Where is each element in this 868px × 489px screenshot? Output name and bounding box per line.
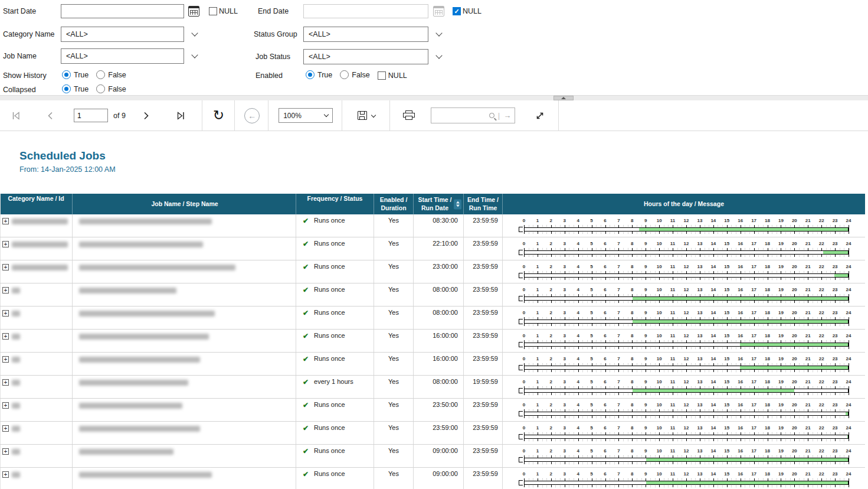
calendar-icon[interactable] xyxy=(188,6,199,17)
hour-label: 13 xyxy=(697,402,702,407)
back-to-parent-button[interactable]: ← xyxy=(244,108,260,123)
next-page-button[interactable] xyxy=(142,111,150,120)
chevron-down-icon[interactable] xyxy=(435,30,442,36)
hour-label: 6 xyxy=(604,448,606,454)
end-date-null-checkbox[interactable]: ✓ xyxy=(453,7,461,15)
frequency-cell: ✔every 1 hours xyxy=(296,376,374,398)
hour-label: 10 xyxy=(657,310,662,315)
expand-icon[interactable]: + xyxy=(2,448,9,455)
start-date-input[interactable] xyxy=(61,4,184,18)
table-row: +✔Runs onceYes16:00:0023:59:590123456789… xyxy=(0,330,865,353)
hour-label: 0 xyxy=(523,241,525,246)
enabled-null-checkbox[interactable] xyxy=(378,71,386,80)
gantt-schedule-fill xyxy=(846,412,848,415)
first-page-button[interactable] xyxy=(11,111,21,120)
refresh-button[interactable]: ↻ xyxy=(213,109,224,122)
radio-true[interactable] xyxy=(306,70,315,79)
hour-label: 16 xyxy=(738,471,743,477)
collapse-parameters-handle[interactable] xyxy=(553,96,574,100)
search-input[interactable] xyxy=(434,112,489,120)
hour-label: 14 xyxy=(710,402,716,407)
expand-icon[interactable]: + xyxy=(2,379,9,386)
hour-label: 18 xyxy=(765,356,770,361)
search-icon[interactable] xyxy=(489,113,494,118)
previous-page-button[interactable] xyxy=(46,111,54,120)
expand-icon[interactable]: + xyxy=(2,287,9,294)
expand-icon[interactable]: + xyxy=(2,264,9,270)
hour-label: 7 xyxy=(617,241,620,246)
hour-label: 15 xyxy=(724,241,729,246)
hour-label: 21 xyxy=(805,471,811,477)
radio-true[interactable] xyxy=(62,84,71,93)
frequency-text: Runs once xyxy=(314,424,345,431)
start-date-null-checkbox[interactable] xyxy=(209,7,217,15)
radio-false[interactable] xyxy=(340,70,349,79)
category-name-dropdown[interactable]: <ALL> xyxy=(61,27,184,42)
enabled-cell: Yes xyxy=(374,399,414,421)
expand-icon[interactable]: + xyxy=(2,425,9,432)
expand-icon[interactable]: + xyxy=(2,310,9,317)
radio-false[interactable] xyxy=(96,70,105,79)
expand-icon[interactable]: + xyxy=(2,471,9,478)
hour-label: 17 xyxy=(751,264,756,269)
job-name-redacted xyxy=(79,265,235,270)
page-count-label: of 9 xyxy=(113,112,126,120)
gantt-schedule-fill xyxy=(834,274,848,277)
hour-label: 4 xyxy=(577,264,579,269)
print-button[interactable] xyxy=(403,110,415,120)
expand-icon[interactable]: + xyxy=(2,356,9,363)
sort-toggle[interactable] xyxy=(454,199,461,209)
chevron-down-icon[interactable] xyxy=(435,52,442,58)
hour-label: 19 xyxy=(778,356,784,361)
expand-icon[interactable]: + xyxy=(2,333,9,340)
job-name-redacted xyxy=(79,288,176,294)
category-id-redacted xyxy=(12,403,20,409)
hour-label: 9 xyxy=(644,310,647,315)
hour-label: 3 xyxy=(564,471,566,477)
hour-label: 10 xyxy=(657,264,662,269)
job-name-dropdown[interactable]: <ALL> xyxy=(61,48,184,64)
header-end-time: End Time / Run Time xyxy=(464,194,503,214)
radio-true[interactable] xyxy=(62,70,71,79)
hour-label: 0 xyxy=(523,287,525,292)
hour-label: 9 xyxy=(644,218,647,223)
parameter-collapse-strip xyxy=(0,95,868,100)
show-history-radio-group: TrueFalse xyxy=(62,70,134,81)
hour-label: 23 xyxy=(833,218,838,223)
hour-label: 23 xyxy=(833,241,838,246)
save-export-button[interactable] xyxy=(358,111,375,120)
hour-label: 6 xyxy=(604,264,606,269)
hour-label: 19 xyxy=(778,379,784,384)
hour-label: 0 xyxy=(523,310,525,315)
table-body: +✔Runs onceYes08:30:0023:59:590123456789… xyxy=(0,214,865,489)
end-time-cell: 23:59:59 xyxy=(464,237,503,260)
hour-label: 9 xyxy=(644,402,647,407)
status-group-dropdown[interactable]: <ALL> xyxy=(303,27,428,42)
hour-label: 9 xyxy=(644,471,647,477)
radio-false[interactable] xyxy=(96,84,105,93)
table-row: +✔Runs onceYes16:00:0023:59:590123456789… xyxy=(0,353,865,376)
radio-label: True xyxy=(317,71,332,79)
hour-label: 14 xyxy=(710,356,716,361)
job-status-dropdown[interactable]: <ALL> xyxy=(303,49,428,64)
find-next-icon[interactable]: → xyxy=(503,111,511,120)
gantt-left-bracket xyxy=(519,273,523,278)
chevron-down-icon[interactable] xyxy=(191,51,198,58)
hour-label: 23 xyxy=(833,287,838,292)
end-date-input[interactable] xyxy=(303,4,428,18)
hour-label: 19 xyxy=(778,287,784,292)
fullscreen-button[interactable] xyxy=(535,110,545,121)
hour-label: 9 xyxy=(644,379,647,384)
hour-label: 16 xyxy=(738,448,743,454)
gantt-track xyxy=(524,386,849,395)
expand-icon[interactable]: + xyxy=(2,241,9,247)
gantt-track xyxy=(524,432,849,441)
current-page-input[interactable] xyxy=(74,109,108,122)
radio-label: True xyxy=(74,71,89,79)
expand-icon[interactable]: + xyxy=(2,402,9,409)
expand-icon[interactable]: + xyxy=(2,218,9,224)
parameters-panel: Start Date NULL End Date ✓ NULL Category… xyxy=(0,0,868,95)
last-page-button[interactable] xyxy=(176,111,186,120)
chevron-down-icon[interactable] xyxy=(191,30,198,36)
zoom-select[interactable]: 100% xyxy=(279,108,333,123)
